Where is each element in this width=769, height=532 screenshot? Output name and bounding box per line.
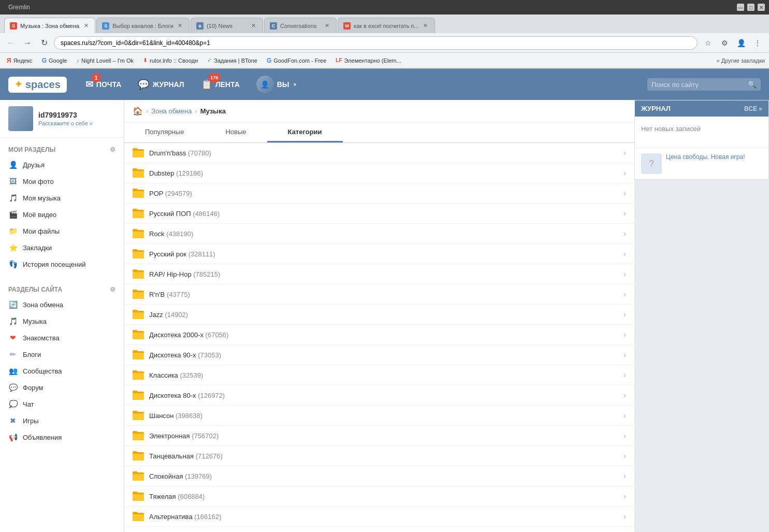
sidebar-item-history[interactable]: 👣 История посещений — [0, 256, 124, 272]
folder-item-10[interactable]: Дискотека 90-х (73053) › — [124, 345, 634, 365]
profile-avatar-img — [8, 106, 33, 131]
folder-item-15[interactable]: Танцевальная (712676) › — [124, 446, 634, 466]
folder-item-8[interactable]: Jazz (14902) › — [124, 305, 634, 325]
topnav-profile[interactable]: 👤 ВЫ ▼ — [248, 69, 306, 100]
back-button[interactable]: ← — [4, 36, 18, 50]
folder-item-13[interactable]: Шансон (398638) › — [124, 406, 634, 426]
sidebar-item-blogs[interactable]: ✏ Блоги — [0, 346, 124, 363]
folder-item-18[interactable]: Альтернатива (166162) › — [124, 507, 634, 527]
tab-1[interactable]: S Музыка : Зона обмена ✕ — [4, 18, 95, 33]
forum-icon: 💬 — [8, 383, 18, 392]
sidebar-item-video[interactable]: 🎬 Моё видео — [0, 206, 124, 223]
search-input[interactable] — [651, 81, 745, 89]
folder-icon-17 — [133, 491, 144, 502]
sidebar-item-photos[interactable]: 🖼 Мои фото — [0, 173, 124, 190]
home-icon[interactable]: 🏠 — [133, 106, 143, 116]
folder-item-1[interactable]: Dubstep (129186) › — [124, 163, 634, 183]
tab-1-close[interactable]: ✕ — [82, 22, 90, 30]
profile-desc-link[interactable]: Расскажите о себе » — [38, 120, 93, 126]
folder-name-16: Спокойная (139769) — [149, 472, 623, 480]
topnav-journal-label: ЖУРНАЛ — [152, 80, 184, 89]
main-area: 🏠 › Зона обмена › Музыка Популярные Новы… — [124, 100, 634, 532]
folder-item-3[interactable]: Русский ПОП (486146) › — [124, 204, 634, 224]
sidebar-item-site-music[interactable]: 🎵 Музыка — [0, 313, 124, 329]
folder-item-4[interactable]: Rock (438190) › — [124, 224, 634, 244]
nightlovell-favicon: ♪ — [76, 57, 79, 64]
tab-4-close[interactable]: ✕ — [324, 22, 331, 30]
folder-item-6[interactable]: RAP/ Hip-Hop (785215) › — [124, 264, 634, 284]
tab-5[interactable]: M как в excel посчитать п... ✕ — [338, 18, 435, 33]
address-bar[interactable] — [54, 36, 698, 50]
bookmarks-more[interactable]: » Другие закладки — [717, 57, 765, 64]
sidebar-item-communities[interactable]: 👥 Сообщества — [0, 363, 124, 379]
window-minimize-button[interactable]: — — [737, 4, 744, 11]
bookmark-google[interactable]: G Google — [39, 56, 70, 65]
tab-2[interactable]: S Выбор каналов : Блоги ✕ — [96, 18, 190, 33]
tab-categories[interactable]: Категории — [267, 123, 343, 142]
sidebar-forum-label: Форум — [23, 384, 43, 392]
tab-3-close[interactable]: ✕ — [250, 22, 257, 30]
folder-item-2[interactable]: POP (294579) › — [124, 183, 634, 204]
folder-item-17[interactable]: Тяжелая (608884) › — [124, 486, 634, 507]
journal-content: Нет новых записей — [635, 117, 768, 148]
bookmark-rutor[interactable]: ⬇ rutor.info :: Своодн — [140, 56, 200, 65]
sidebar-item-bookmarks[interactable]: ⭐ Закладки — [0, 239, 124, 256]
tab-popular[interactable]: Популярные — [124, 123, 205, 142]
folder-name-9: Дискотека 2000-х (67056) — [149, 331, 623, 339]
sidebar-item-friends[interactable]: 👤 Друзья — [0, 156, 124, 173]
friends-icon: 👤 — [8, 160, 18, 169]
folder-item-19[interactable]: Мрачная (59126) › — [124, 527, 634, 532]
topnav-journal[interactable]: 💬 ЖУРНАЛ — [129, 69, 192, 100]
tab-new[interactable]: Новые — [205, 123, 267, 142]
folder-item-12[interactable]: Дискотека 80-х (126972) › — [124, 385, 634, 406]
folder-item-14[interactable]: Электронная (756702) › — [124, 426, 634, 446]
breadcrumb-current: Музыка — [200, 107, 226, 115]
bookmark-elementary[interactable]: LF Элементарно (Elem... — [333, 56, 403, 65]
ad-text[interactable]: Цена свободы. Новая игра! — [666, 153, 745, 161]
sidebar-item-music[interactable]: 🎵 Моя музыка — [0, 190, 124, 206]
tab-2-close[interactable]: ✕ — [177, 22, 184, 30]
title-bar: Gremlin — □ ✕ — [0, 0, 769, 15]
topnav-mail[interactable]: ✉ ПОЧТА 1 — [77, 69, 130, 100]
bookmark-star-icon[interactable]: ☆ — [701, 36, 715, 50]
folder-item-16[interactable]: Спокойная (139769) › — [124, 466, 634, 486]
extensions-icon[interactable]: ⚙ — [717, 36, 732, 50]
topnav-feed[interactable]: 📋 ЛЕНТА 176 — [193, 69, 248, 100]
tab-4[interactable]: С Conversations ✕ — [264, 18, 337, 33]
search-icon[interactable]: 🔍 — [748, 80, 757, 89]
bookmark-nightlovell[interactable]: ♪ Night Lovell – I'm Ok — [74, 56, 136, 65]
bookmark-goodfon[interactable]: G GoodFon.com - Free — [264, 56, 329, 65]
folder-item-5[interactable]: Русский рок (328111) › — [124, 244, 634, 264]
tab-3[interactable]: в (10) News ✕ — [191, 18, 263, 33]
window-maximize-button[interactable]: □ — [747, 4, 755, 11]
my-sections-gear-icon[interactable]: ⚙ — [110, 146, 115, 153]
forward-button[interactable]: → — [21, 36, 34, 50]
refresh-button[interactable]: ↻ — [37, 36, 51, 50]
bookmark-btone[interactable]: ✓ Задания | BTone — [205, 56, 260, 65]
sidebar-item-games[interactable]: ✖ Игры — [0, 412, 124, 429]
breadcrumb-exchange-link[interactable]: Зона обмена — [151, 107, 192, 115]
folder-item-11[interactable]: Классика (32539) › — [124, 365, 634, 385]
browser-chrome: Gremlin — □ ✕ S Музыка : Зона обмена ✕ S… — [0, 0, 769, 69]
tab-4-favicon: С — [270, 22, 277, 30]
breadcrumb-sep-1: › — [146, 107, 148, 115]
bookmark-yandex[interactable]: Я Яндекс — [4, 56, 35, 65]
folder-icon-10 — [133, 349, 144, 361]
site-logo[interactable]: ✦ spaces — [8, 77, 67, 93]
sidebar-item-forum[interactable]: 💬 Форум — [0, 379, 124, 396]
tab-5-close[interactable]: ✕ — [422, 22, 429, 30]
sidebar-item-exchange[interactable]: 🔄 Зона обмена — [0, 296, 124, 313]
folder-item-0[interactable]: Drum'n'bass (70780) › — [124, 143, 634, 163]
menu-icon[interactable]: ⋮ — [750, 36, 765, 50]
site-sections-gear-icon[interactable]: ⚙ — [110, 286, 115, 293]
window-close-button[interactable]: ✕ — [758, 4, 765, 11]
journal-all-link[interactable]: ВСЕ » — [744, 105, 762, 112]
sidebar-item-chat[interactable]: 💭 Чат — [0, 396, 124, 412]
sidebar-item-files[interactable]: 📁 Мои файлы — [0, 223, 124, 239]
folder-item-9[interactable]: Дискотека 2000-х (67056) › — [124, 325, 634, 345]
user-icon[interactable]: 👤 — [734, 36, 748, 50]
sidebar-item-dating[interactable]: ❤ Знакомства — [0, 329, 124, 346]
sidebar-item-ads[interactable]: 📢 Объявления — [0, 429, 124, 445]
folder-item-7[interactable]: R'n'B (43775) › — [124, 284, 634, 305]
sidebar-video-label: Моё видео — [23, 211, 56, 219]
